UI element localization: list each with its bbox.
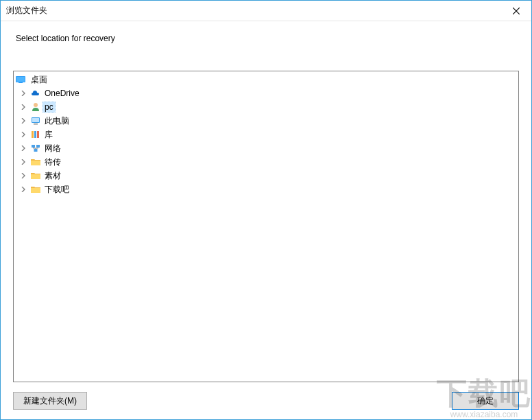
tree-item-label: 待传 <box>43 156 63 169</box>
expander-icon[interactable] <box>18 170 29 181</box>
expander-icon[interactable] <box>18 115 29 126</box>
svg-rect-8 <box>34 131 36 138</box>
user-icon <box>30 102 41 113</box>
tree-item-label: 此电脑 <box>43 115 71 128</box>
expander-icon[interactable] <box>18 102 29 113</box>
svg-rect-1 <box>16 77 25 82</box>
button-row: 新建文件夹(M) 确定 <box>13 392 519 410</box>
tree-item-label: 素材 <box>43 170 63 183</box>
onedrive-icon <box>30 88 41 99</box>
tree-item[interactable]: 网络 <box>14 141 518 155</box>
svg-rect-10 <box>32 145 35 148</box>
expander-icon[interactable] <box>18 129 29 140</box>
close-icon <box>513 8 520 14</box>
tree-item[interactable]: 素材 <box>14 169 518 183</box>
svg-rect-7 <box>32 131 34 138</box>
tree-root-desktop[interactable]: 桌面 <box>14 73 518 86</box>
titlebar: 浏览文件夹 <box>1 1 531 21</box>
folder-tree[interactable]: 桌面 OneDrivepc此电脑库网络待传素材下载吧 <box>13 71 519 382</box>
svg-rect-6 <box>34 124 38 125</box>
expander-icon[interactable] <box>18 88 29 99</box>
tree-item-label: pc <box>43 102 56 113</box>
tree-item[interactable]: 待传 <box>14 155 518 169</box>
new-folder-button[interactable]: 新建文件夹(M) <box>13 392 87 410</box>
svg-rect-5 <box>32 118 39 122</box>
close-button[interactable] <box>500 1 531 21</box>
tree-item[interactable]: OneDrive <box>14 86 518 100</box>
tree-root-label: 桌面 <box>29 73 49 86</box>
expander-icon[interactable] <box>18 143 29 154</box>
tree-item[interactable]: 库 <box>14 128 518 141</box>
folder-icon <box>30 170 41 181</box>
tree-item[interactable]: 下载吧 <box>14 183 518 196</box>
ok-button[interactable]: 确定 <box>452 392 519 410</box>
window-title: 浏览文件夹 <box>6 5 47 16</box>
tree-item-label: OneDrive <box>43 88 82 99</box>
expander-icon[interactable] <box>18 156 29 167</box>
tree-item[interactable]: pc <box>14 100 518 114</box>
svg-rect-2 <box>19 82 23 83</box>
tree-item[interactable]: 此电脑 <box>14 114 518 128</box>
folder-icon <box>30 184 41 195</box>
svg-point-3 <box>34 103 38 107</box>
tree-item-label: 下载吧 <box>43 183 71 196</box>
tree-item-label: 网络 <box>43 142 63 155</box>
expander-icon[interactable] <box>18 184 29 195</box>
svg-rect-11 <box>36 145 40 148</box>
dialog-content: Select location for recovery 桌面 OneDrive… <box>1 21 531 419</box>
tree-item-label: 库 <box>43 128 55 141</box>
svg-rect-9 <box>37 131 39 138</box>
desktop-icon <box>15 74 26 85</box>
folder-icon <box>30 156 41 167</box>
libraries-icon <box>30 129 41 140</box>
browse-folder-dialog: 浏览文件夹 Select location for recovery 桌面 On… <box>0 0 532 420</box>
svg-rect-12 <box>34 149 38 152</box>
network-icon <box>30 143 41 154</box>
instruction-text: Select location for recovery <box>16 34 519 43</box>
thispc-icon <box>30 115 41 126</box>
